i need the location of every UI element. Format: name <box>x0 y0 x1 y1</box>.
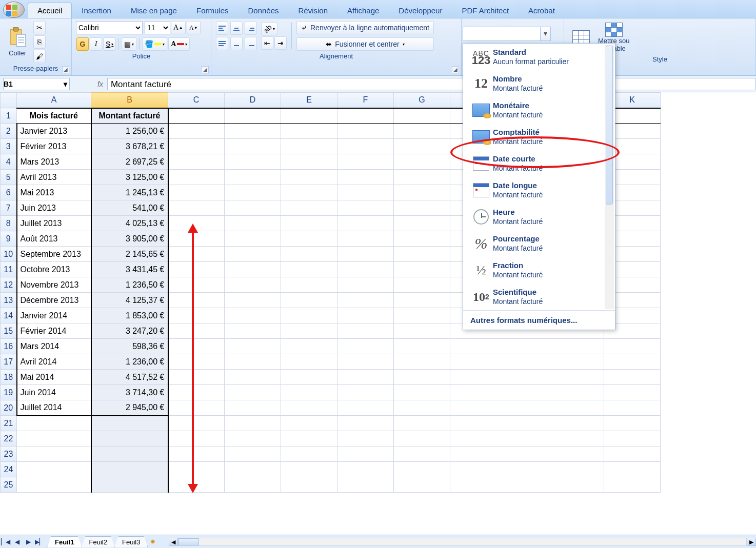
font-launcher[interactable]: ◢ <box>202 66 209 73</box>
tab-affichage[interactable]: Affichage <box>337 3 389 18</box>
row-header[interactable]: 21 <box>1 416 17 431</box>
align-center[interactable] <box>230 37 243 50</box>
col-header-A[interactable]: A <box>17 93 91 108</box>
row-header[interactable]: 24 <box>1 462 17 477</box>
bold-button[interactable]: G <box>76 37 89 51</box>
row-header[interactable]: 25 <box>1 477 17 493</box>
row-header[interactable]: 16 <box>1 339 17 354</box>
col-header-G[interactable]: G <box>394 93 450 108</box>
row-header[interactable]: 12 <box>1 277 17 293</box>
clipboard-launcher[interactable]: ◢ <box>62 66 69 73</box>
row-header[interactable]: 10 <box>1 247 17 262</box>
cell[interactable]: Octobre 2013 <box>17 262 91 277</box>
cell[interactable]: Juillet 2013 <box>17 216 91 231</box>
office-button[interactable] <box>3 2 25 18</box>
format-item-nombre[interactable]: 12NombreMontant facturé <box>463 70 615 97</box>
chevron-down-icon[interactable]: ▾ <box>540 27 550 40</box>
cell[interactable]: Janvier 2013 <box>17 124 91 139</box>
format-item-pourcentage[interactable]: %PourcentageMontant facturé <box>463 230 615 257</box>
tab-mise-en-page[interactable]: Mise en page <box>121 3 187 18</box>
col-header-B[interactable]: B <box>91 93 168 108</box>
formula-input[interactable]: Montant facturé <box>107 78 756 90</box>
format-item-heure[interactable]: HeureMontant facturé <box>463 204 615 230</box>
cell[interactable]: Février 2013 <box>17 139 91 154</box>
format-painter-button[interactable]: 🖌 <box>33 50 46 63</box>
row-header[interactable]: 13 <box>1 293 17 308</box>
row-header[interactable]: 23 <box>1 446 17 462</box>
align-top-right[interactable] <box>245 22 257 35</box>
increase-indent[interactable]: ⇥ <box>274 36 287 50</box>
number-format-selector[interactable]: ▾ <box>463 27 551 41</box>
cell[interactable]: Juin 2014 <box>17 385 91 400</box>
shrink-font-button[interactable]: A▼ <box>187 21 201 34</box>
borders-button[interactable]: ▦▾ <box>122 37 136 51</box>
chevron-down-icon[interactable]: ▾ <box>62 80 69 88</box>
cell[interactable]: 1 853,00 € <box>91 308 168 323</box>
tab-insertion[interactable]: Insertion <box>72 3 121 18</box>
font-color-button[interactable]: A▾ <box>168 37 190 51</box>
copy-button[interactable]: ⎘ <box>33 35 46 49</box>
cell[interactable]: 2 697,25 € <box>91 154 168 170</box>
format-item-scientifique[interactable]: 102ScientifiqueMontant facturé <box>463 283 615 310</box>
cell[interactable]: Juillet 2014 <box>17 400 91 416</box>
align-left[interactable] <box>216 37 228 50</box>
select-all-corner[interactable] <box>1 93 17 108</box>
cell[interactable]: 3 905,00 € <box>91 231 168 247</box>
cell[interactable]: 1 236,50 € <box>91 277 168 293</box>
tab-formules[interactable]: Formules <box>187 3 238 18</box>
cell[interactable]: Janvier 2014 <box>17 308 91 323</box>
font-family-select[interactable]: Calibri <box>76 21 143 34</box>
tab-accueil[interactable]: Accueil <box>28 3 72 18</box>
cell[interactable]: Mai 2013 <box>17 185 91 200</box>
row-header[interactable]: 1 <box>1 108 17 124</box>
sheet-tab-feuil1[interactable]: Feuil1 <box>47 536 82 547</box>
cell[interactable]: Novembre 2013 <box>17 277 91 293</box>
cell[interactable]: 2 145,65 € <box>91 247 168 262</box>
cell[interactable]: 3 431,45 € <box>91 262 168 277</box>
format-item-date-courte[interactable]: Date courteMontant facturé <box>463 150 615 177</box>
cell[interactable]: 3 125,00 € <box>91 170 168 185</box>
cell[interactable]: Mars 2013 <box>17 154 91 170</box>
col-header-D[interactable]: D <box>225 93 281 108</box>
underline-button[interactable]: S▾ <box>103 37 116 51</box>
cell[interactable]: 541,00 € <box>91 200 168 216</box>
col-header-C[interactable]: C <box>168 93 225 108</box>
row-header[interactable]: 15 <box>1 323 17 339</box>
format-item-date-longue[interactable]: Date longueMontant facturé <box>463 177 615 204</box>
row-header[interactable]: 22 <box>1 431 17 446</box>
tab-développeur[interactable]: Développeur <box>389 3 452 18</box>
sheet-nav-first[interactable]: ▏◀ <box>0 538 11 545</box>
row-header[interactable]: 14 <box>1 308 17 323</box>
format-item-standard[interactable]: ABC123StandardAucun format particulier <box>463 44 615 70</box>
cut-button[interactable]: ✂ <box>33 21 46 34</box>
sheet-tab-feuil2[interactable]: Feuil2 <box>82 536 115 547</box>
grow-font-button[interactable]: A▲ <box>171 21 186 34</box>
row-header[interactable]: 2 <box>1 124 17 139</box>
tab-données[interactable]: Données <box>238 3 288 18</box>
row-header[interactable]: 8 <box>1 216 17 231</box>
cell[interactable]: 1 256,00 € <box>91 124 168 139</box>
cell[interactable]: Montant facturé <box>91 108 168 124</box>
cell[interactable]: Juin 2013 <box>17 200 91 216</box>
hscroll-left[interactable]: ◀ <box>169 538 178 546</box>
cell[interactable]: 1 245,13 € <box>91 185 168 200</box>
row-header[interactable]: 5 <box>1 170 17 185</box>
tab-pdf-architect[interactable]: PDF Architect <box>452 3 519 18</box>
cell[interactable]: 2 945,00 € <box>91 400 168 416</box>
cell[interactable]: 4 517,52 € <box>91 370 168 385</box>
cell[interactable]: 598,36 € <box>91 339 168 354</box>
cell[interactable]: 3 247,20 € <box>91 323 168 339</box>
format-item-comptabilité[interactable]: ComptabilitéMontant facturé <box>463 124 615 150</box>
orientation-button[interactable]: ab▾ <box>261 22 277 35</box>
cell[interactable]: Mois facturé <box>17 108 91 124</box>
tab-acrobat[interactable]: Acrobat <box>519 3 565 18</box>
row-header[interactable]: 6 <box>1 185 17 200</box>
merge-center-button[interactable]: ⬌ Fusionner et centrer ▾ <box>296 37 434 51</box>
fill-color-button[interactable]: 🪣▾ <box>142 37 167 51</box>
new-sheet-button[interactable]: ✸ <box>147 538 158 545</box>
sheet-nav-last[interactable]: ▶▏ <box>34 538 45 545</box>
cell[interactable]: Avril 2013 <box>17 170 91 185</box>
align-top-left[interactable] <box>216 22 228 35</box>
cell[interactable]: 4 025,13 € <box>91 216 168 231</box>
italic-button[interactable]: I <box>90 37 102 51</box>
